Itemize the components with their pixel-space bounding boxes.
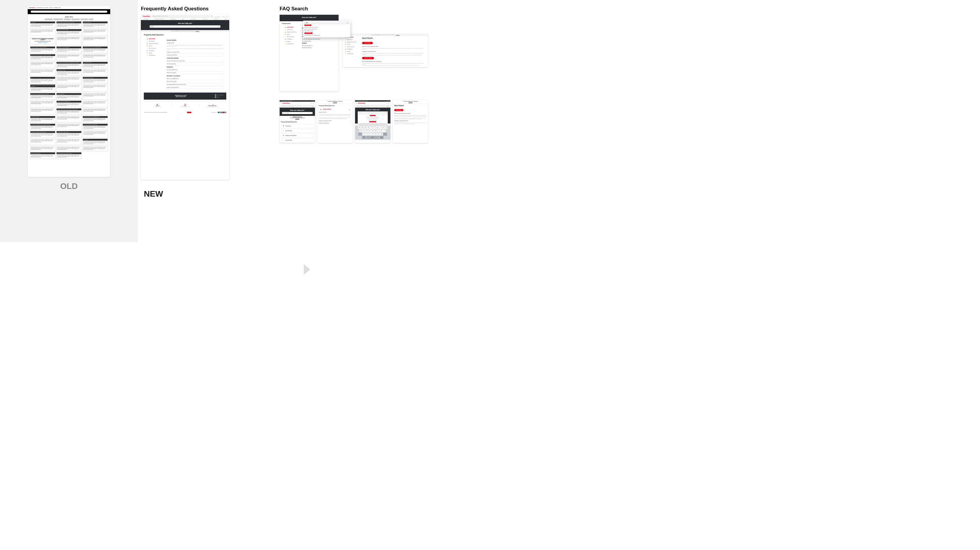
category-shipping[interactable]: 🚚Shipping, Delivery & Pickup› (281, 134, 313, 138)
rewards-icon[interactable]: ♡PowerUp Rewards (215, 16, 220, 17)
category-pill[interactable]: Store Pre-Orders (362, 57, 374, 59)
menu-icon[interactable]: ☰ (281, 102, 282, 104)
sidebar-item[interactable]: 🛒Store Pre-Orders (345, 40, 360, 41)
category-pill[interactable]: Online Orders (304, 24, 312, 26)
keyboard-key[interactable]: space (366, 136, 379, 139)
keyboard-key[interactable]: Z (363, 132, 365, 136)
email-link[interactable]: ✉Email us (215, 96, 223, 98)
search-suggestion[interactable]: How can I track my order? (359, 120, 387, 121)
sidebar-item[interactable]: ↩Returns & Exchange (147, 48, 164, 49)
facebook-icon[interactable]: f (218, 112, 219, 113)
youtube-icon[interactable]: ▶ (221, 112, 223, 113)
sidebar-item[interactable]: 🛒Store Pre-Orders (285, 29, 300, 31)
accordion-header[interactable]: 📦ONLINE ORDERS✕ (319, 108, 351, 111)
mobile-search[interactable]: Find games, consoles, tablets, and mo...… (281, 105, 314, 107)
faq-item[interactable]: Pre-Order Deposit Policy+ (167, 62, 223, 65)
keyboard-key[interactable]: W (361, 126, 364, 129)
sidebar-item[interactable]: ↩Returns & Exchange (285, 37, 300, 38)
faq-item[interactable]: Return Eligibility Of New Products Purch… (167, 83, 223, 86)
keyboard-key[interactable]: R (367, 126, 369, 129)
faq-item[interactable]: Return Your Orders Online+ (167, 80, 223, 83)
keyboard-key[interactable]: B (374, 132, 377, 136)
stores-link[interactable]: ⦿StoresFind a GameStop store near you > (172, 104, 199, 107)
keyboard-key[interactable]: Q (358, 126, 361, 129)
keyboard-key[interactable]: N (377, 132, 380, 136)
sidebar-item[interactable]: 💳Payments (285, 34, 300, 36)
phone-link[interactable]: ✆Call 1-800-883-8895 (215, 94, 223, 96)
keyboard-key[interactable]: H (374, 129, 377, 132)
overlay-search-input[interactable]: Order | (359, 112, 387, 114)
keyboard-key[interactable]: I (379, 126, 381, 129)
keyboard-key[interactable]: K (380, 129, 383, 132)
faq-item[interactable]: Changing or Canceling Your Order+ (319, 120, 351, 122)
close-icon[interactable]: ✕ (386, 112, 387, 113)
sidebar-item[interactable]: 💳Payments (147, 46, 164, 47)
faq-item[interactable]: Defective and Damaged Products+ (167, 86, 223, 89)
result-question[interactable]: Where can I view my online order status? (394, 113, 426, 114)
faq-item[interactable]: Tracking Your Order− (319, 111, 351, 113)
mobile-search[interactable]: Find games, consoles, tablets, and mo...… (356, 105, 389, 107)
keyboard-key[interactable]: J (377, 129, 380, 132)
rewards-link[interactable]: ✦PowerUp Rewards™Begin your journey & re… (199, 104, 227, 107)
sidebar-item[interactable]: 💳Payments (345, 44, 360, 46)
sidebar-item[interactable]: 🚚Shipping, Delivery & Pickup (345, 42, 360, 43)
keyboard-key[interactable]: O (382, 126, 384, 129)
search-suggestion[interactable]: What is GameStop's pre-order deposit pol… (304, 35, 349, 36)
keyboard-key[interactable]: E (364, 126, 366, 129)
twitch-icon[interactable]: ⧉ (223, 112, 224, 113)
instagram-icon[interactable]: ◉ (225, 112, 226, 113)
keyboard-key[interactable]: A (360, 129, 362, 132)
keyboard-key[interactable]: T (370, 126, 372, 129)
account-icon[interactable]: ☺My Account (221, 16, 225, 17)
user-icon[interactable]: ☺ (311, 102, 312, 104)
category-store-preorders-2[interactable]: 🛒Store Pre-Orders› (281, 138, 313, 142)
trade-in-icon[interactable]: ⇄Trade In (211, 16, 213, 17)
keyboard-key[interactable]: ⌫ (383, 132, 387, 136)
faq-item[interactable]: Checking Your Order Status+ (167, 54, 223, 57)
faq-search-input[interactable]: Order |🔍 (150, 26, 220, 28)
category-pill[interactable]: Store Pre-Orders (304, 32, 313, 34)
user-icon[interactable]: ☺ (386, 102, 387, 104)
keyboard-key[interactable]: 123 (362, 136, 366, 139)
trade-ins-link[interactable]: ⇄Trade InsPlay, Trade, Save, Repeat > (144, 104, 172, 107)
category-pill[interactable]: Store Pre-Orders (369, 121, 376, 122)
result-question[interactable]: Changing or Canceling Your Order? (394, 120, 426, 121)
keyboard-key[interactable]: C (368, 132, 371, 136)
cart-icon[interactable]: 🛒 (388, 102, 389, 104)
sidebar-item[interactable]: 🛍Shopping (147, 53, 164, 54)
keyboard-key[interactable]: V (371, 132, 374, 136)
search-suggestion[interactable]: How can I track my order? (304, 30, 349, 32)
cart-icon[interactable]: 🛒Cart (226, 16, 228, 17)
category-store-preorders[interactable]: 🛒Store Pre-Orders› (281, 129, 313, 133)
faq-item[interactable]: Next-Gen Xbox & Playstation Console Pre-… (167, 59, 223, 62)
category-online-orders[interactable]: 📦Online Orders› (281, 124, 313, 128)
keyboard-key[interactable]: S (363, 129, 365, 132)
sidebar-item[interactable]: ⭐PowerUp Rewards (285, 44, 300, 45)
sidebar-item[interactable]: 🚚Shipping, Delivery & Pickup (285, 32, 300, 33)
faq-item[interactable]: Refund Processing Policy+ (167, 71, 223, 74)
cart-icon[interactable]: 🛒 (313, 102, 314, 104)
keyboard-key[interactable]: Y (373, 126, 375, 129)
keyboard-key[interactable]: P (385, 126, 387, 129)
keyboard-key[interactable]: L (383, 129, 386, 132)
sidebar-item[interactable]: 📦ONLINE ORDERS (147, 38, 164, 40)
keyboard-key[interactable]: M (380, 132, 383, 136)
close-icon[interactable]: ✕ (349, 109, 350, 110)
faq-item[interactable]: How to Pay Using Gift Cards+ (167, 69, 223, 71)
sidebar-item[interactable]: 🛍Shopping (345, 51, 360, 53)
overlay-search-input[interactable]: Order |🔍 (304, 22, 349, 24)
sidebar-item[interactable]: ↩Returns & Exchange (345, 46, 360, 48)
keyboard-key[interactable]: ⇧ (358, 132, 362, 136)
sidebar-item[interactable]: 🎮X-Box All Access (345, 49, 360, 50)
join-button[interactable]: JOIN (187, 112, 191, 113)
keyboard-key[interactable]: U (375, 126, 378, 129)
keyboard-key[interactable]: Enter (380, 136, 383, 139)
faq-item[interactable]: Tracking Your Order− (167, 41, 223, 45)
keyboard-key[interactable]: F (368, 129, 371, 132)
keyboard-key[interactable]: D (365, 129, 368, 132)
sidebar-item[interactable]: 🚚Shipping, Delivery & Pickup (147, 43, 164, 45)
sidebar-item[interactable]: 🛍Shopping (285, 41, 300, 43)
category-pill[interactable]: Online Orders (394, 109, 403, 111)
keyboard-key[interactable]: G (371, 129, 374, 132)
sidebar-item[interactable]: 🎮X-Box All Access (285, 39, 300, 40)
